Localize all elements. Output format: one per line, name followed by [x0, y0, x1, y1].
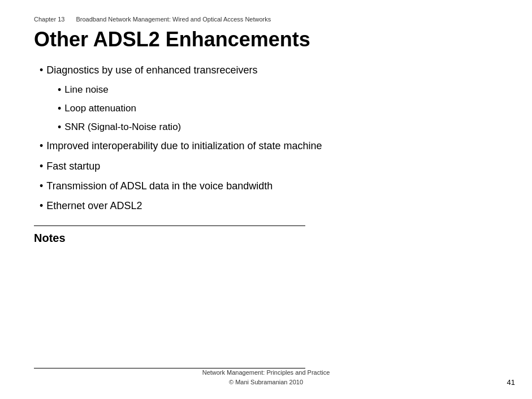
- slide-container: Chapter 13 Broadband Network Management:…: [0, 0, 532, 399]
- bullet-text-2: Improved interoperability due to initial…: [46, 139, 322, 153]
- footer-line2: © Mani Subramanian 2010: [0, 378, 532, 387]
- sub-bullet-dot-1-1: •: [58, 83, 61, 97]
- bullet-dot-4: •: [40, 179, 43, 193]
- header-bar: Chapter 13 Broadband Network Management:…: [34, 16, 498, 23]
- bullet-item-3: • Fast startup: [40, 159, 498, 174]
- sub-bullet-text-1-1: Line noise: [64, 83, 109, 97]
- notes-label: Notes: [34, 232, 498, 245]
- slide-title: Other ADSL2 Enhancements: [34, 28, 498, 51]
- bullet-text-4: Transmission of ADSL data in the voice b…: [46, 179, 273, 193]
- chapter-subtitle: Broadband Network Management: Wired and …: [76, 16, 271, 23]
- sub-bullet-item-1-3: • SNR (Signal-to-Noise ratio): [58, 120, 498, 135]
- bullet-dot-5: •: [40, 199, 43, 213]
- bullet-item-5: • Ethernet over ADSL2: [40, 199, 498, 213]
- page-number: 41: [507, 378, 515, 387]
- sub-bullet-item-1-1: • Line noise: [58, 83, 498, 97]
- sub-bullet-text-1-3: SNR (Signal-to-Noise ratio): [64, 120, 181, 134]
- bullet-text-3: Fast startup: [46, 159, 100, 174]
- bullet-dot-2: •: [40, 139, 43, 153]
- content-area: • Diagnostics by use of enhanced transre…: [40, 63, 498, 214]
- bullet-item-2: • Improved interoperability due to initi…: [40, 139, 498, 153]
- notes-divider: [34, 225, 305, 226]
- footer: Network Management: Principles and Pract…: [0, 368, 532, 387]
- bullet-dot-3: •: [40, 159, 43, 174]
- bullet-item-1: • Diagnostics by use of enhanced transre…: [40, 63, 498, 77]
- sub-bullet-dot-1-2: •: [58, 102, 61, 116]
- bullet-item-4: • Transmission of ADSL data in the voice…: [40, 179, 498, 193]
- bullet-dot-1: •: [40, 63, 43, 77]
- bullet-text-5: Ethernet over ADSL2: [46, 199, 142, 213]
- footer-line1: Network Management: Principles and Pract…: [0, 368, 532, 378]
- sub-bullet-item-1-2: • Loop attenuation: [58, 102, 498, 116]
- sub-bullet-dot-1-3: •: [58, 120, 61, 135]
- bullet-text-1: Diagnostics by use of enhanced transrece…: [46, 63, 257, 77]
- chapter-label: Chapter 13: [34, 16, 64, 23]
- sub-bullet-text-1-2: Loop attenuation: [64, 102, 136, 115]
